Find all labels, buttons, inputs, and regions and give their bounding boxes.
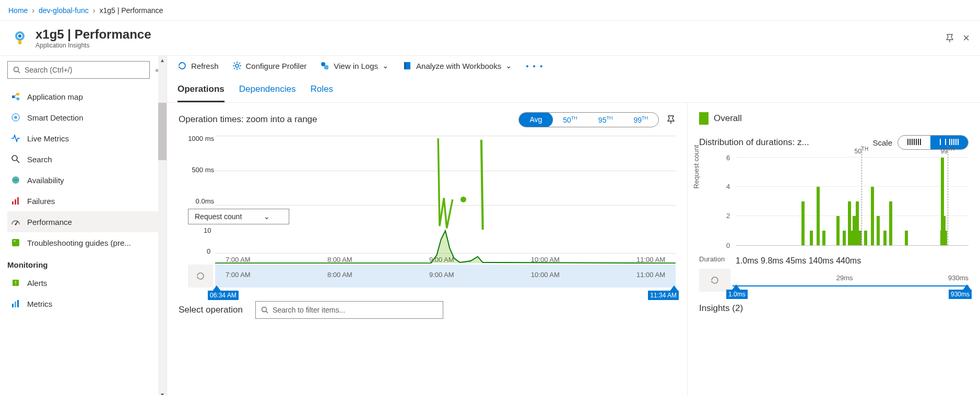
svg-line-33 (239, 68, 240, 69)
svg-rect-3 (18, 40, 21, 44)
detection-icon (10, 112, 21, 123)
y-tick-label: 500 ms (179, 166, 214, 174)
duration-range-slider[interactable]: 29ms 930ms 1.0ms 930ms (699, 269, 969, 292)
logs-icon (320, 61, 329, 70)
sidebar-item-label: Failures (27, 197, 55, 206)
tab-dependencies[interactable]: Dependencies (239, 79, 296, 102)
scroll-up-icon[interactable]: ▲ (158, 56, 167, 64)
svg-point-20 (15, 224, 17, 225)
scale-linear-button[interactable] (898, 136, 930, 149)
sidebar-item-application-map[interactable]: Application map (7, 86, 159, 107)
operation-times-chart[interactable]: 1000 ms 500 ms 0.0ms (179, 136, 676, 206)
time-range-slider[interactable]: 7:00 AM 8:00 AM 9:00 AM 10:00 AM 11:00 A… (188, 265, 676, 288)
more-button[interactable]: • • • (526, 62, 544, 70)
svg-rect-39 (404, 62, 406, 69)
distribution-bar (905, 231, 908, 245)
main-content: Refresh Configure Profiler View in Logs … (167, 56, 980, 395)
sidebar-item-label: Smart Detection (27, 113, 84, 122)
x-tick-label: 1.0ms (736, 256, 759, 265)
sidebar-item-label: Availability (27, 176, 64, 185)
sidebar-item-live-metrics[interactable]: Live Metrics (7, 128, 159, 149)
svg-rect-7 (17, 93, 19, 95)
scrollbar-thumb[interactable] (158, 103, 167, 160)
x-tick-label: 11:00 AM (636, 271, 665, 279)
distribution-bar (877, 216, 880, 245)
pill-50th[interactable]: 50TH (552, 113, 588, 127)
pill-avg[interactable]: Avg (518, 112, 553, 127)
svg-point-2 (18, 34, 21, 38)
map-icon (10, 91, 21, 102)
view-in-logs-button[interactable]: View in Logs ⌄ (320, 61, 389, 70)
svg-point-27 (235, 64, 239, 67)
y-tick-label: 1000 ms (179, 135, 214, 142)
scroll-down-icon[interactable]: ▼ (158, 390, 167, 395)
y-tick-label: 4 (726, 183, 730, 190)
close-icon[interactable]: × (963, 31, 970, 45)
reset-zoom-button[interactable] (188, 265, 213, 288)
sidebar-item-availability[interactable]: Availability (7, 170, 159, 190)
filter-operations-input[interactable]: Search to filter items... (255, 301, 443, 319)
scale-label: Scale (872, 138, 892, 147)
svg-rect-24 (12, 304, 14, 307)
sidebar-item-metrics[interactable]: Metrics (7, 293, 159, 314)
svg-point-12 (14, 116, 17, 119)
pin-chart-icon[interactable] (666, 115, 676, 124)
analyze-workbooks-button[interactable]: Analyze with Workbooks ⌄ (403, 61, 512, 70)
sidebar-item-label: Troubleshooting guides (pre... (27, 238, 131, 247)
breadcrumb-resource[interactable]: dev-global-func (39, 6, 89, 15)
pill-95th[interactable]: 95TH (588, 113, 623, 127)
distribution-bar (801, 201, 805, 245)
y-tick-label: 10 (204, 226, 211, 234)
sidebar-nav: Application map Smart Detection Live Met… (7, 86, 159, 253)
svg-point-4 (14, 67, 19, 72)
tab-roles[interactable]: Roles (310, 79, 333, 102)
slider-start-label: 06:34 AM (208, 291, 239, 300)
svg-point-41 (262, 307, 266, 312)
sidebar-item-label: Search (27, 155, 52, 164)
search-icon (261, 306, 268, 314)
distribution-chart[interactable]: Request count 6 4 2 0 50TH 99TH (699, 157, 969, 256)
distribution-panel: Overall Distribution of durations: z... … (688, 103, 980, 395)
sidebar-search-input[interactable]: Search (Ctrl+/) (7, 61, 150, 79)
select-operation-title: Select operation (179, 305, 243, 315)
configure-profiler-button[interactable]: Configure Profiler (232, 61, 307, 70)
sidebar-item-label: Metrics (27, 300, 52, 308)
sidebar-item-alerts[interactable]: ! Alerts (7, 272, 159, 293)
scale-toggle (898, 135, 969, 150)
svg-rect-16 (12, 201, 14, 205)
distribution-bar (810, 231, 813, 245)
search-placeholder: Search (Ctrl+/) (25, 66, 72, 74)
refresh-icon (178, 61, 187, 70)
refresh-button[interactable]: Refresh (178, 61, 219, 70)
x-tick-label: 45ms (786, 256, 806, 265)
request-count-chart[interactable] (215, 226, 676, 254)
request-count-select[interactable]: Request count ⌄ (188, 209, 289, 224)
svg-line-42 (266, 311, 268, 313)
svg-text:!: ! (15, 280, 16, 286)
sidebar-item-label: Alerts (27, 279, 47, 288)
logs-label: View in Logs (334, 62, 378, 70)
svg-point-13 (12, 155, 17, 161)
pill-99th[interactable]: 99TH (623, 113, 658, 127)
breadcrumb-current: x1g5 | Performance (99, 6, 163, 15)
sidebar-item-label: Application map (27, 92, 83, 101)
sidebar-item-label: Performance (27, 218, 72, 226)
breadcrumb-home[interactable]: Home (8, 6, 28, 15)
chevron-down-icon: ⌄ (382, 61, 389, 70)
sidebar-item-search[interactable]: Search (7, 149, 159, 170)
reset-zoom-button[interactable] (699, 269, 730, 292)
sidebar-item-performance[interactable]: Performance (7, 211, 159, 232)
pin-icon[interactable] (945, 33, 954, 43)
sidebar-item-smart-detection[interactable]: Smart Detection (7, 107, 159, 128)
svg-point-40 (461, 196, 466, 202)
sidebar: Search (Ctrl+/) « Application map Smart … (0, 56, 167, 395)
x-tick-label: 440ms (836, 256, 861, 265)
tab-operations[interactable]: Operations (178, 79, 225, 102)
performance-icon (10, 217, 21, 227)
sidebar-item-troubleshooting[interactable]: Troubleshooting guides (pre... (7, 232, 159, 253)
sidebar-item-failures[interactable]: Failures (7, 190, 159, 211)
p50-label: 50TH (854, 146, 868, 155)
svg-rect-25 (15, 302, 16, 307)
guide-icon (10, 237, 21, 248)
svg-line-34 (239, 63, 240, 64)
